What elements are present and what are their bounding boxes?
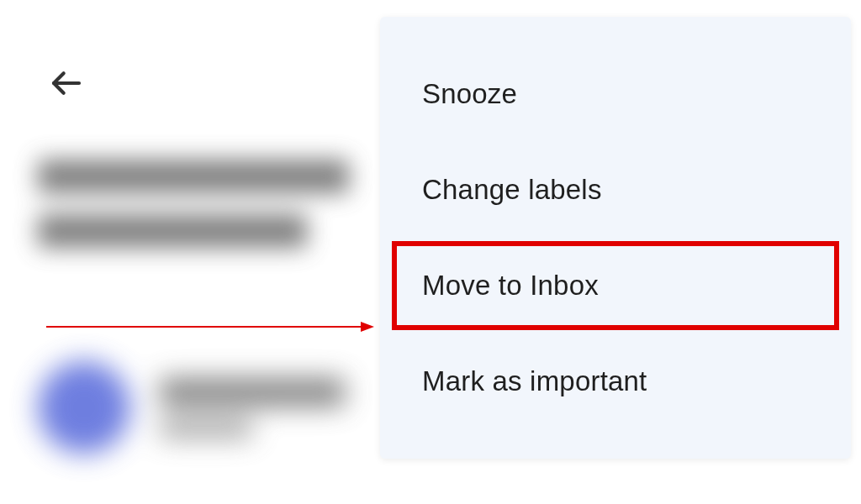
menu-item-change-labels[interactable]: Change labels	[380, 142, 851, 238]
avatar	[38, 361, 130, 454]
back-arrow-icon	[50, 66, 83, 100]
svg-marker-2	[361, 322, 374, 332]
menu-item-move-to-inbox[interactable]: Move to Inbox	[388, 238, 843, 333]
annotation-arrow	[46, 320, 374, 333]
menu-item-snooze[interactable]: Snooze	[380, 46, 851, 142]
back-button[interactable]	[46, 63, 87, 103]
context-menu: Snooze Change labels Move to Inbox Mark …	[380, 17, 851, 459]
blurred-email-title	[38, 160, 374, 248]
menu-item-mark-important[interactable]: Mark as important	[380, 333, 851, 429]
blurred-email-sender	[38, 361, 345, 454]
